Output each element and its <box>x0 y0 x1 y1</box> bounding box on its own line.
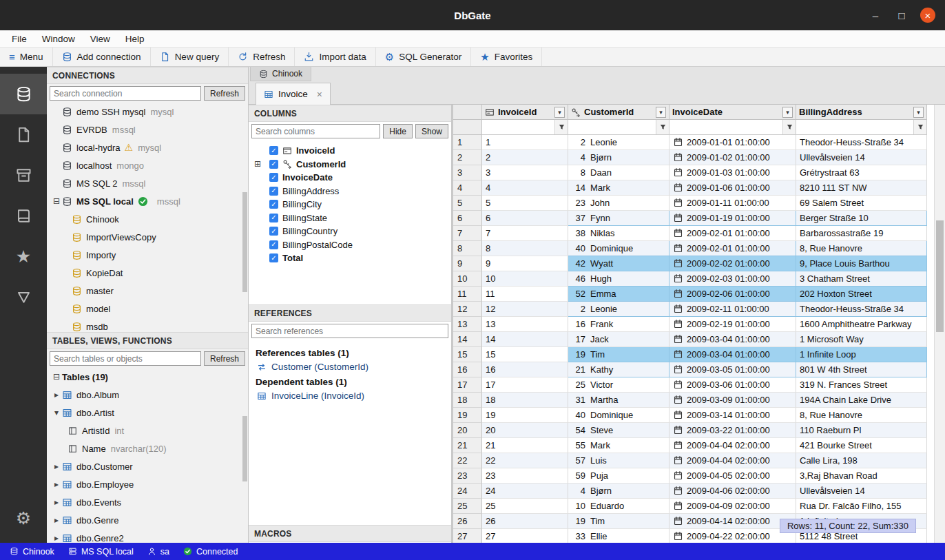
column-header-billingaddress[interactable]: BillingAddress▾ <box>796 105 927 120</box>
cell-invoiceid[interactable]: 27 <box>482 529 568 543</box>
cell-billingaddress[interactable]: Rua Dr. Falcão Filho, 155 <box>796 499 927 514</box>
row-number[interactable]: 27 <box>453 529 482 543</box>
row-number[interactable]: 21 <box>453 438 482 453</box>
cell-invoicedate[interactable]: 2009-01-01 01:00:00 <box>669 135 796 150</box>
cell-invoicedate[interactable]: 2009-01-02 01:00:00 <box>669 150 796 165</box>
maximize-button[interactable]: □ <box>894 8 909 23</box>
toolbar-add-connection[interactable]: Add connection <box>53 48 151 66</box>
checkbox-checked-icon[interactable]: ✓ <box>269 200 278 209</box>
cell-customerid[interactable]: 19Tim <box>568 347 669 362</box>
cell-billingaddress[interactable]: 110 Raeburn Pl <box>796 423 927 438</box>
menu-help[interactable]: Help <box>118 32 152 45</box>
cell-invoicedate[interactable]: 2009-02-01 01:00:00 <box>669 226 796 241</box>
column-dropdown-icon[interactable]: ▾ <box>913 107 924 118</box>
cell-customerid[interactable]: 4Bjørn <box>568 150 669 165</box>
activitybar-settings[interactable]: ⚙ <box>0 498 47 539</box>
status-sa[interactable]: sa <box>141 547 176 557</box>
cell-billingaddress[interactable]: 69 Salem Street <box>796 196 927 211</box>
cell-invoicedate[interactable]: 2009-03-14 01:00:00 <box>669 408 796 423</box>
status-connected[interactable]: Connected <box>176 547 245 557</box>
cell-invoiceid[interactable]: 22 <box>482 453 568 468</box>
row-number[interactable]: 6 <box>453 211 482 226</box>
tables-item-dbo-artist[interactable]: ▾dbo.Artist <box>47 404 248 422</box>
row-number[interactable]: 15 <box>453 347 482 362</box>
cell-invoiceid[interactable]: 12 <box>482 302 568 317</box>
row-number[interactable]: 20 <box>453 423 482 438</box>
cell-customerid[interactable]: 54Steve <box>568 423 669 438</box>
checkbox-checked-icon[interactable]: ✓ <box>269 227 278 236</box>
cell-invoiceid[interactable]: 9 <box>482 256 568 271</box>
filter-funnel-button[interactable] <box>782 120 796 134</box>
chevron-right-icon[interactable]: ▸ <box>51 390 62 400</box>
cell-customerid[interactable]: 33Ellie <box>568 529 669 543</box>
tab-invoice[interactable]: Invoice × <box>256 83 331 105</box>
cell-invoiceid[interactable]: 23 <box>482 468 568 484</box>
connection-item-local-hydra[interactable]: local-hydra⚠mysql <box>47 138 248 156</box>
cell-invoicedate[interactable]: 2009-02-11 01:00:00 <box>669 302 796 317</box>
minimize-button[interactable]: – <box>868 8 883 23</box>
column-header-invoicedate[interactable]: InvoiceDate▾ <box>669 105 796 120</box>
filter-funnel-button[interactable] <box>656 120 669 134</box>
cell-customerid[interactable]: 10Eduardo <box>568 499 669 514</box>
tables-item-dbo-employee[interactable]: ▸dbo.Employee <box>47 475 248 493</box>
tables-item-dbo-events[interactable]: ▸dbo.Events <box>47 493 248 511</box>
cell-invoiceid[interactable]: 17 <box>482 377 568 393</box>
cell-invoicedate[interactable]: 2009-03-22 01:00:00 <box>669 423 796 438</box>
activitybar-query-history[interactable] <box>0 196 47 236</box>
cell-invoicedate[interactable]: 2009-03-06 01:00:00 <box>669 377 796 393</box>
cell-invoiceid[interactable]: 26 <box>482 514 568 529</box>
filter-funnel-button[interactable] <box>554 120 568 134</box>
tables-search-input[interactable] <box>50 351 201 366</box>
cell-customerid[interactable]: 40Dominique <box>568 408 669 423</box>
cell-invoiceid[interactable]: 15 <box>482 347 568 362</box>
cell-customerid[interactable]: 8Daan <box>568 165 669 180</box>
cell-invoicedate[interactable]: 2009-04-09 02:00:00 <box>669 499 796 514</box>
connection-item-localhost[interactable]: localhostmongo <box>47 156 248 174</box>
cell-customerid[interactable]: 52Emma <box>568 287 669 302</box>
cell-billingaddress[interactable]: 1 Infinite Loop <box>796 347 927 362</box>
row-number[interactable]: 17 <box>453 377 482 393</box>
column-check-row-total[interactable]: ✓Total <box>249 251 451 265</box>
reference-link-customer-customerid[interactable]: Customer (CustomerId) <box>257 362 444 372</box>
cell-invoiceid[interactable]: 2 <box>482 150 568 165</box>
cell-billingaddress[interactable]: 202 Hoxton Street <box>796 287 927 302</box>
cell-invoicedate[interactable]: 2009-02-19 01:00:00 <box>669 317 796 332</box>
cell-invoiceid[interactable]: 16 <box>482 362 568 377</box>
cell-billingaddress[interactable]: 3,Raj Bhavan Road <box>796 468 927 484</box>
cell-invoiceid[interactable]: 14 <box>482 332 568 347</box>
chevron-right-icon[interactable]: ▸ <box>51 533 62 543</box>
chevron-right-icon[interactable]: ▸ <box>51 479 62 489</box>
connection-item-ms-sql-2[interactable]: MS SQL 2mssql <box>47 174 248 192</box>
hide-button[interactable]: Hide <box>383 124 413 138</box>
activitybar-connections[interactable] <box>0 74 47 114</box>
cell-invoiceid[interactable]: 24 <box>482 484 568 499</box>
columns-search-input[interactable] <box>251 124 380 138</box>
tables-item-dbo-genre[interactable]: ▸dbo.Genre <box>47 511 248 529</box>
cell-invoiceid[interactable]: 4 <box>482 180 568 196</box>
cell-invoiceid[interactable]: 20 <box>482 423 568 438</box>
cell-invoicedate[interactable]: 2009-04-05 02:00:00 <box>669 468 796 484</box>
filter-input[interactable] <box>669 120 782 134</box>
cell-customerid[interactable]: 59Puja <box>568 468 669 484</box>
expand-plus-icon[interactable]: ⊞ <box>254 159 269 169</box>
status-chinook[interactable]: Chinook <box>3 547 61 557</box>
column-header-customerid[interactable]: CustomerId▾ <box>568 105 669 120</box>
toolbar-sql-generator[interactable]: ⚙SQL Generator <box>376 48 472 66</box>
cell-invoiceid[interactable]: 18 <box>482 393 568 408</box>
cell-invoicedate[interactable]: 2009-03-05 01:00:00 <box>669 362 796 377</box>
connection-item-importy[interactable]: Importy <box>47 246 248 264</box>
row-number[interactable]: 22 <box>453 453 482 468</box>
chevron-right-icon[interactable]: ▸ <box>51 462 62 471</box>
connection-item-master[interactable]: master <box>47 282 248 300</box>
cell-customerid[interactable]: 21Kathy <box>568 362 669 377</box>
cell-invoicedate[interactable]: 2009-01-06 01:00:00 <box>669 180 796 196</box>
cell-invoiceid[interactable]: 25 <box>482 499 568 514</box>
menu-window[interactable]: Window <box>34 32 83 45</box>
row-number[interactable]: 5 <box>453 196 482 211</box>
row-number[interactable]: 14 <box>453 332 482 347</box>
checkbox-checked-icon[interactable]: ✓ <box>269 173 278 182</box>
cell-customerid[interactable]: 31Martha <box>568 393 669 408</box>
row-number[interactable]: 1 <box>453 135 482 150</box>
row-number[interactable]: 24 <box>453 484 482 499</box>
cell-customerid[interactable]: 14Mark <box>568 180 669 196</box>
